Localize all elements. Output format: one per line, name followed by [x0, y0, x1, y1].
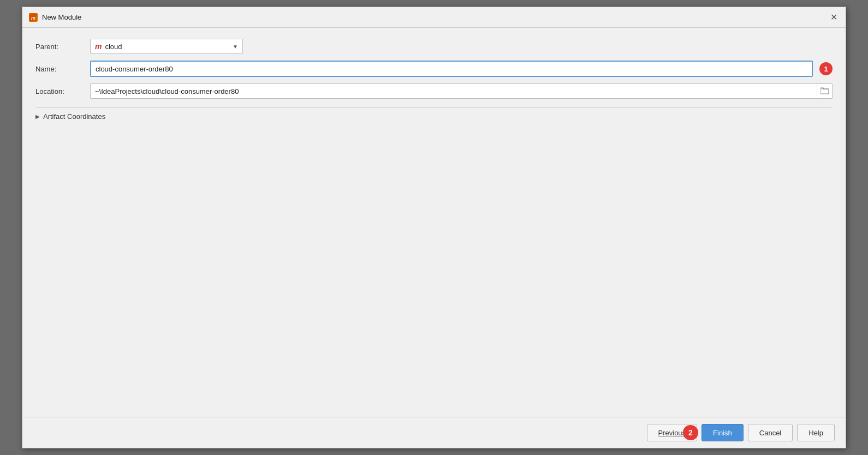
name-control-wrap: 1 — [90, 61, 833, 77]
parent-dropdown-inner: m cloud — [95, 42, 122, 51]
step-badge-1: 1 — [819, 62, 833, 75]
finish-button[interactable]: Finish — [701, 424, 744, 441]
new-module-dialog: m New Module ✕ Parent: m cloud ▼ — [22, 7, 846, 448]
dialog-title: New Module — [42, 13, 81, 21]
dialog-footer: 2 Previous Finish Cancel Help — [22, 417, 846, 448]
location-input-wrap — [90, 83, 833, 99]
browse-button[interactable] — [817, 84, 832, 98]
svg-rect-2 — [821, 89, 829, 94]
svg-text:m: m — [31, 15, 35, 21]
title-bar-left: m New Module — [29, 13, 81, 22]
step-badge-2: 2 — [683, 425, 698, 440]
parent-dropdown[interactable]: m cloud ▼ — [90, 39, 243, 54]
help-button[interactable]: Help — [797, 424, 835, 441]
parent-control-wrap: m cloud ▼ — [90, 39, 833, 54]
dialog-icon: m — [29, 13, 38, 22]
close-button[interactable]: ✕ — [828, 12, 839, 23]
parent-label: Parent: — [35, 43, 90, 51]
artifact-expand-icon: ▶ — [35, 113, 40, 119]
name-input[interactable] — [90, 61, 813, 77]
title-bar: m New Module ✕ — [22, 7, 846, 28]
dialog-body: Parent: m cloud ▼ Name: 1 Location: — [22, 28, 846, 417]
artifact-section: ▶ Artifact Coordinates — [35, 107, 833, 123]
parent-row: Parent: m cloud ▼ — [35, 39, 833, 54]
folder-icon — [821, 87, 829, 96]
location-control-wrap — [90, 83, 833, 99]
name-label: Name: — [35, 65, 90, 73]
maven-icon: m — [95, 42, 102, 51]
location-input[interactable] — [91, 87, 817, 95]
parent-dropdown-text: cloud — [105, 43, 122, 51]
spacer — [35, 123, 833, 406]
dropdown-arrow-icon: ▼ — [233, 44, 238, 50]
location-label: Location: — [35, 87, 90, 95]
cancel-button[interactable]: Cancel — [748, 424, 793, 441]
artifact-header[interactable]: ▶ Artifact Coordinates — [35, 107, 833, 123]
name-row: Name: 1 — [35, 61, 833, 77]
artifact-label: Artifact Coordinates — [43, 112, 105, 121]
location-row: Location: — [35, 83, 833, 99]
